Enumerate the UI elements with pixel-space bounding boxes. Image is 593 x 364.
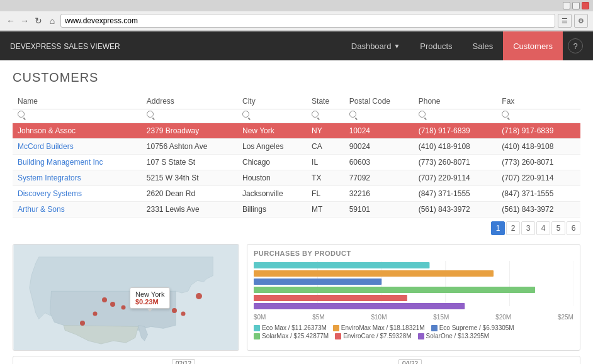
legend-item-3: SolarMax / $25.42877M xyxy=(254,333,329,339)
cell-name: McCord Builders xyxy=(13,139,142,155)
customer-link[interactable]: McCord Builders xyxy=(18,142,74,151)
browser-menu-button[interactable]: ☰ xyxy=(558,14,572,28)
page-btn-4[interactable]: 4 xyxy=(536,221,550,235)
svg-rect-12 xyxy=(254,303,465,309)
customer-link[interactable]: System Integrators xyxy=(18,174,81,182)
cell-fax: (847) 371-1555 xyxy=(497,186,580,202)
name-search-icon xyxy=(18,111,26,119)
cell-state: CA xyxy=(307,139,344,155)
map-dot-1 xyxy=(102,297,107,302)
col-state: State xyxy=(307,94,344,109)
back-button[interactable]: ← xyxy=(5,15,16,26)
cell-address: 2379 Broadway xyxy=(142,123,237,139)
cell-address: 107 S State St xyxy=(142,155,237,170)
chart-legend: Eco Max / $11.26373MEnviroMax Max / $18.… xyxy=(254,324,573,339)
close-button[interactable] xyxy=(582,2,589,9)
customer-link[interactable]: Arthur & Sons xyxy=(18,205,65,214)
customer-link[interactable]: Building Management Inc xyxy=(18,158,103,167)
page-btn-2[interactable]: 2 xyxy=(506,221,520,235)
table-row[interactable]: Discovery Systems2620 Dean RdJacksonvill… xyxy=(13,186,580,202)
browser-tools-button[interactable]: ⚙ xyxy=(574,14,588,28)
legend-dot-5 xyxy=(418,333,424,339)
forward-button[interactable]: → xyxy=(19,15,30,26)
cell-phone: (561) 843-3972 xyxy=(414,202,497,218)
col-fax: Fax xyxy=(497,94,580,109)
browser-chrome: ← → ↻ ⌂ ☰ ⚙ xyxy=(0,0,593,31)
tooltip-value: $0.23M xyxy=(135,298,164,306)
chart-panel: PURCHASES BY PRODUCT xyxy=(247,244,580,351)
nav-item-customers[interactable]: Customers xyxy=(503,31,563,60)
svg-rect-10 xyxy=(254,287,535,293)
legend-dot-4 xyxy=(335,333,341,339)
cell-fax: (773) 260-8071 xyxy=(497,155,580,170)
cell-fax: (410) 418-9108 xyxy=(497,139,580,155)
timeline-tooltip-left: 02/12 xyxy=(172,359,195,364)
legend-item-5: SolarOne / $13.3295M xyxy=(418,333,490,339)
map-dot-7 xyxy=(80,321,85,326)
cell-postal: 10024 xyxy=(344,123,414,139)
cell-name: Arthur & Sons xyxy=(13,202,142,218)
minimize-button[interactable] xyxy=(563,2,570,9)
cell-city: New York xyxy=(237,123,307,139)
address-bar[interactable] xyxy=(60,14,555,28)
map-panel: New York $0.23M xyxy=(13,244,239,351)
cell-city: Los Angeles xyxy=(237,139,307,155)
table-row[interactable]: Arthur & Sons2331 Lewis AveBillingsMT591… xyxy=(13,202,580,218)
cell-name: Johnson & Assoc xyxy=(13,123,142,139)
pagination: 123456 xyxy=(13,218,580,239)
table-row[interactable]: McCord Builders10756 Ashton AveLos Angel… xyxy=(13,139,580,155)
cell-phone: (718) 917-6839 xyxy=(414,123,497,139)
table-row[interactable]: Building Management Inc107 S State StChi… xyxy=(13,155,580,170)
timeline-tooltip-right: 04/22 xyxy=(398,359,422,364)
cell-phone: (410) 418-9108 xyxy=(414,139,497,155)
cell-postal: 32216 xyxy=(344,186,414,202)
logo-subtitle: SALES VIEWER xyxy=(64,42,120,51)
sales-label: Sales xyxy=(473,41,494,51)
table-search-row xyxy=(13,109,580,123)
refresh-button[interactable]: ↻ xyxy=(33,15,44,26)
map-dot-3 xyxy=(121,306,126,310)
timeline-chart xyxy=(13,360,580,364)
page-btn-3[interactable]: 3 xyxy=(521,221,535,235)
customer-link[interactable]: Discovery Systems xyxy=(18,189,82,198)
table-row[interactable]: Johnson & Assoc2379 BroadwayNew YorkNY10… xyxy=(13,123,580,139)
map-dot-newyork xyxy=(196,293,202,299)
address-search-icon xyxy=(147,111,155,119)
cell-state: NY xyxy=(307,123,344,139)
cell-city: Chicago xyxy=(237,155,307,170)
help-button[interactable]: ? xyxy=(568,38,583,53)
map-dot-4 xyxy=(172,308,177,313)
maximize-button[interactable] xyxy=(572,2,580,9)
nav-items: Dashboard ▼ Products Sales Customers ? xyxy=(341,31,583,60)
legend-label-2: Eco Supreme / $6.93305M xyxy=(439,324,514,331)
dashboard-dropdown-arrow: ▼ xyxy=(393,43,400,50)
legend-label-0: Eco Max / $11.26373M xyxy=(262,324,327,331)
table-row[interactable]: System Integrators5215 W 34th StHoustonT… xyxy=(13,170,580,186)
legend-dot-1 xyxy=(333,325,339,331)
page-btn-6[interactable]: 6 xyxy=(567,221,580,235)
page-btn-1[interactable]: 1 xyxy=(491,221,505,235)
svg-rect-9 xyxy=(254,279,381,285)
timeline-panel: ‹ › 02/12 04/22 January 2014 February Ma… xyxy=(13,356,580,364)
cell-postal: 59101 xyxy=(344,202,414,218)
nav-item-products[interactable]: Products xyxy=(410,31,462,60)
map-tooltip: New York $0.23M xyxy=(130,287,170,309)
cell-fax: (718) 917-6839 xyxy=(497,123,580,139)
home-button[interactable]: ⌂ xyxy=(47,15,58,26)
map-dot-5 xyxy=(181,312,186,316)
col-name: Name xyxy=(13,94,142,109)
page-btn-5[interactable]: 5 xyxy=(551,221,565,235)
cell-state: FL xyxy=(307,186,344,202)
cell-postal: 77092 xyxy=(344,170,414,186)
nav-item-dashboard[interactable]: Dashboard ▼ xyxy=(341,31,410,60)
col-phone: Phone xyxy=(414,94,497,109)
products-label: Products xyxy=(420,41,452,51)
cell-city: Jacksonville xyxy=(237,186,307,202)
col-city: City xyxy=(237,94,307,109)
content-area: CUSTOMERS Name Address City State Postal… xyxy=(0,60,593,364)
nav-item-sales[interactable]: Sales xyxy=(463,31,504,60)
legend-label-3: SolarMax / $25.42877M xyxy=(262,333,329,339)
cell-name: Building Management Inc xyxy=(13,155,142,170)
chart-axis: $0M $5M $10M $15M $20M $25M xyxy=(254,314,573,321)
table-header-row: Name Address City State Postal Code Phon… xyxy=(13,94,580,109)
